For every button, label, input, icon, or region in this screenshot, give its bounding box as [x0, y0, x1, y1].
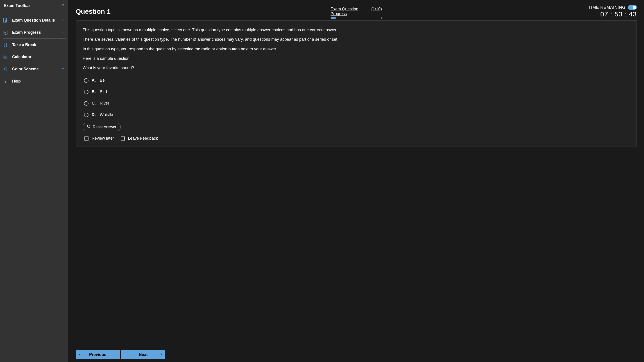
- sidebar-item-label: Calculator: [12, 55, 32, 59]
- question-icon: [2, 78, 8, 84]
- choice-text: River: [100, 101, 109, 106]
- question-box: This question type is known as a multipl…: [76, 20, 637, 147]
- chevron-left-icon: [78, 352, 82, 357]
- svg-point-5: [4, 57, 5, 57]
- sidebar-title: Exam Toolbar: [4, 3, 30, 8]
- radio-icon: [84, 113, 88, 117]
- svg-line-17: [6, 70, 7, 71]
- choice-letter: A.: [92, 78, 96, 83]
- leave-feedback-label: Leave Feedback: [128, 136, 158, 141]
- timer-toggle[interactable]: [628, 5, 637, 10]
- question-prompt: What is your favorite sound?: [83, 65, 630, 71]
- choice-list: A. Bell B. Bird C. River D. Whistle: [84, 75, 630, 121]
- progress-bar: [330, 17, 382, 19]
- svg-line-19: [6, 67, 7, 68]
- choice-option[interactable]: B. Bird: [84, 86, 630, 98]
- svg-point-6: [5, 57, 6, 57]
- edit-note-icon: [2, 17, 8, 23]
- svg-point-8: [4, 58, 5, 58]
- choice-letter: C.: [92, 101, 96, 106]
- progress-count: (1/10): [371, 7, 382, 16]
- sidebar-item-label: Exam Question Details: [12, 18, 55, 23]
- sidebar-item-take-a-break[interactable]: Take a Break: [0, 39, 68, 51]
- content-area: This question type is known as a multipl…: [68, 20, 644, 346]
- main-area: Question 1 Exam Question Progress (1/10)…: [68, 0, 644, 362]
- next-button[interactable]: Next: [121, 350, 165, 359]
- question-paragraph: Here is a sample question:: [83, 56, 630, 61]
- sidebar-item-exam-progress[interactable]: Exam Progress: [0, 26, 68, 38]
- radio-icon: [84, 101, 88, 106]
- choice-option[interactable]: A. Bell: [84, 75, 630, 86]
- sidebar-item-label: Exam Progress: [12, 30, 41, 35]
- svg-line-16: [4, 67, 4, 68]
- choice-text: Bell: [100, 78, 106, 83]
- timer: TIME REMAINING 07 : 53 : 43: [588, 3, 637, 18]
- calculator-icon: [2, 54, 8, 60]
- leave-feedback-checkbox[interactable]: Leave Feedback: [121, 136, 158, 141]
- chevron-down-icon: [62, 18, 65, 22]
- review-later-checkbox[interactable]: Review later: [84, 136, 114, 141]
- reset-answer-button[interactable]: Reset Answer: [83, 123, 121, 131]
- question-title: Question 1: [76, 3, 110, 15]
- timer-value: 07 : 53 : 43: [600, 10, 637, 18]
- radio-icon: [84, 78, 88, 83]
- sidebar-item-help[interactable]: Help: [0, 75, 68, 87]
- svg-line-18: [4, 70, 4, 71]
- reset-label: Reset Answer: [93, 125, 116, 129]
- chevron-down-icon: [62, 67, 65, 71]
- choice-option[interactable]: C. River: [84, 98, 630, 109]
- svg-point-10: [6, 58, 6, 58]
- choice-letter: B.: [92, 89, 96, 94]
- choice-option[interactable]: D. Whistle: [84, 109, 630, 121]
- review-later-label: Review later: [92, 136, 114, 141]
- checkbox-row: Review later Leave Feedback: [84, 136, 630, 141]
- progress-label: Exam Question Progress: [330, 7, 371, 16]
- choice-letter: D.: [92, 112, 96, 117]
- sidebar-item-label: Color Scheme: [12, 67, 39, 71]
- progress-check-icon: [2, 29, 8, 35]
- chevron-down-icon: [62, 30, 65, 34]
- checkbox-icon: [121, 137, 125, 141]
- svg-point-9: [5, 58, 6, 58]
- topbar: Question 1 Exam Question Progress (1/10)…: [68, 0, 644, 20]
- question-paragraph: In this question type, you respond to th…: [83, 46, 630, 52]
- svg-rect-1: [4, 43, 5, 46]
- svg-point-7: [6, 57, 6, 57]
- sun-icon: [2, 66, 8, 72]
- checkbox-icon: [84, 137, 88, 141]
- sidebar-header: Exam Toolbar: [0, 0, 68, 14]
- sidebar: Exam Toolbar Exam Question Details Exam …: [0, 0, 68, 362]
- radio-icon: [84, 90, 88, 94]
- previous-button[interactable]: Previous: [76, 350, 120, 359]
- sidebar-item-label: Take a Break: [12, 42, 36, 47]
- sidebar-item-color-scheme[interactable]: Color Scheme: [0, 63, 68, 75]
- timer-label: TIME REMAINING: [588, 5, 626, 10]
- svg-rect-2: [6, 43, 7, 46]
- chevron-right-icon: [160, 352, 162, 357]
- footer-nav: Previous Next: [68, 346, 644, 362]
- next-label: Next: [139, 352, 148, 357]
- question-paragraph: There are several varieties of this ques…: [83, 37, 630, 42]
- previous-label: Previous: [89, 352, 106, 357]
- undo-icon: [87, 125, 90, 129]
- pause-icon: [2, 42, 8, 48]
- question-paragraph: This question type is known as a multipl…: [83, 27, 630, 33]
- choice-text: Bird: [100, 89, 107, 94]
- sidebar-item-exam-question-details[interactable]: Exam Question Details: [0, 14, 68, 26]
- collapse-icon[interactable]: [60, 3, 65, 8]
- progress-fill: [331, 17, 336, 19]
- choice-text: Whistle: [100, 112, 113, 117]
- sidebar-item-label: Help: [12, 79, 21, 84]
- sidebar-item-calculator[interactable]: Calculator: [0, 51, 68, 63]
- progress-indicator[interactable]: Exam Question Progress (1/10): [330, 3, 382, 19]
- svg-point-11: [4, 68, 6, 70]
